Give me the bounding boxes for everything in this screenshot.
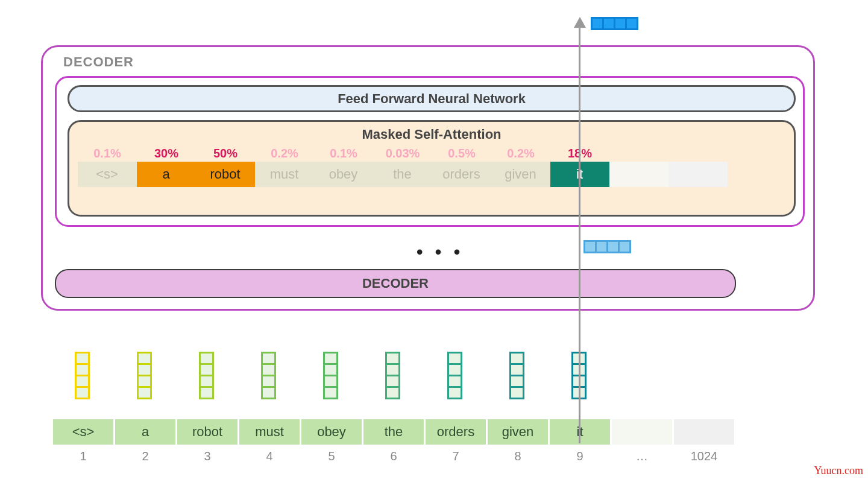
layer-ellipsis: • • •	[417, 242, 464, 262]
attention-token: a	[137, 162, 196, 187]
attention-token: must	[255, 162, 314, 187]
position-number: 3	[177, 449, 237, 463]
output-vector-top	[591, 17, 637, 30]
embedding-vector	[509, 352, 526, 398]
input-token: robot	[177, 419, 237, 445]
position-number: 5	[301, 449, 362, 463]
input-token: the	[363, 419, 424, 445]
input-token: a	[115, 419, 175, 445]
attention-percent: 0.2%	[491, 145, 550, 162]
position-number: 1024	[674, 449, 734, 463]
input-token: given	[488, 419, 548, 445]
position-number: 6	[363, 449, 424, 463]
flow-arrow-line	[579, 27, 580, 443]
attention-col: 0.1%<s>	[78, 145, 137, 187]
decoder-inner-box: Feed Forward Neural Network Masked Self-…	[55, 76, 805, 227]
attention-percent: 0.1%	[78, 145, 137, 162]
output-vector-mid	[583, 240, 629, 253]
input-token	[612, 419, 672, 445]
embedding-vector	[323, 352, 339, 398]
position-row: 123456789…1024	[53, 449, 736, 463]
watermark: Yuucn.com	[814, 465, 863, 477]
attention-percent: 30%	[137, 145, 196, 162]
embedding-vector	[385, 352, 401, 398]
attention-token: given	[491, 162, 550, 187]
embedding-vector	[447, 352, 464, 398]
flow-arrow-head	[574, 17, 586, 28]
input-token-row: <s>arobotmustobeytheordersgivenit	[53, 419, 736, 445]
attention-col	[609, 145, 668, 187]
attention-token	[609, 162, 668, 187]
attention-percent	[668, 145, 728, 162]
attention-col: 30%a	[137, 145, 196, 187]
attention-col: 0.2%given	[491, 145, 550, 187]
input-token: <s>	[53, 419, 113, 445]
attention-token: the	[373, 162, 432, 187]
attention-token: orders	[432, 162, 491, 187]
msa-title: Masked Self-Attention	[69, 127, 794, 142]
embedding-vector	[199, 352, 215, 398]
position-number: 4	[239, 449, 300, 463]
input-token: orders	[426, 419, 486, 445]
feed-forward-box: Feed Forward Neural Network	[68, 85, 796, 112]
embedding-vector	[137, 352, 153, 398]
attention-col: 0.03%the	[373, 145, 432, 187]
position-number: 2	[115, 449, 175, 463]
attention-col: 0.5%orders	[432, 145, 491, 187]
attention-token	[668, 162, 728, 187]
decoder-bottom-box: DECODER	[55, 269, 736, 298]
position-number: …	[612, 449, 672, 463]
decoder-outer-box: DECODER Feed Forward Neural Network Mask…	[41, 45, 815, 311]
position-number: 1	[53, 449, 113, 463]
embedding-vector	[75, 352, 91, 398]
attention-token: <s>	[78, 162, 137, 187]
attention-col: 0.2%must	[255, 145, 314, 187]
embedding-vector	[261, 352, 277, 398]
input-token	[674, 419, 734, 445]
attention-col	[668, 145, 728, 187]
position-number: 8	[488, 449, 548, 463]
attention-percent: 0.1%	[314, 145, 373, 162]
input-token: obey	[301, 419, 362, 445]
attention-token: obey	[314, 162, 373, 187]
attention-percent: 0.5%	[432, 145, 491, 162]
attention-percent	[609, 145, 668, 162]
attention-percent: 50%	[196, 145, 255, 162]
attention-col: 0.1%obey	[314, 145, 373, 187]
decoder-outer-label: DECODER	[63, 54, 134, 70]
attention-row: 0.1%<s>30%a50%robot0.2%must0.1%obey0.03%…	[78, 145, 794, 187]
input-token: must	[239, 419, 300, 445]
attention-percent: 0.03%	[373, 145, 432, 162]
position-number: 9	[550, 449, 610, 463]
attention-col: 50%robot	[196, 145, 255, 187]
attention-token: robot	[196, 162, 255, 187]
attention-percent: 0.2%	[255, 145, 314, 162]
position-number: 7	[426, 449, 486, 463]
masked-self-attention-box: Masked Self-Attention 0.1%<s>30%a50%robo…	[68, 120, 796, 217]
